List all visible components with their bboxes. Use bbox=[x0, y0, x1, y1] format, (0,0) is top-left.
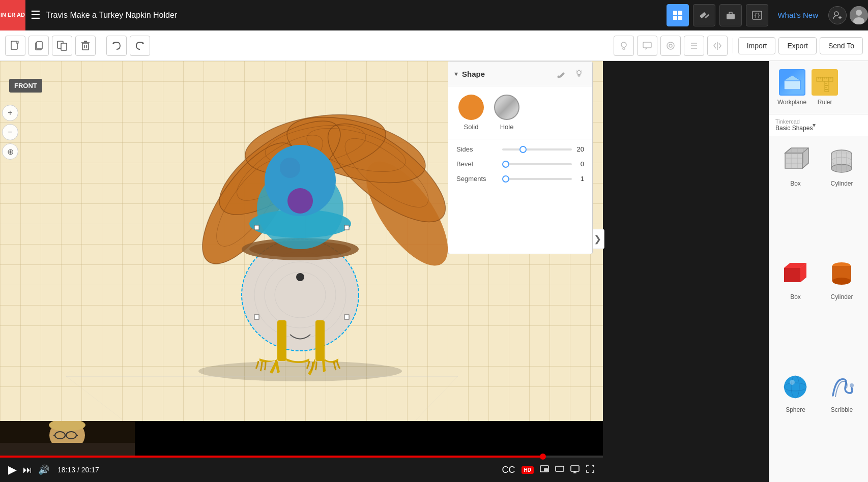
svg-rect-29 bbox=[643, 42, 651, 48]
delete-btn[interactable] bbox=[75, 36, 96, 56]
svg-point-64 bbox=[296, 273, 304, 281]
shape-thumb-sphere-blue bbox=[778, 369, 814, 404]
import-btn[interactable]: Import bbox=[738, 37, 776, 54]
shape-scribble[interactable]: Scribble bbox=[822, 369, 862, 476]
time-sep: / bbox=[75, 466, 81, 474]
time-current: 18:13 bbox=[57, 466, 75, 474]
shape-panel-title: Shape bbox=[462, 70, 555, 78]
workplane-item[interactable]: Workplane bbox=[777, 69, 806, 106]
svg-rect-1 bbox=[678, 11, 682, 15]
shapes-category-header[interactable]: Tinkercad Basic Shapes ▾ bbox=[769, 114, 868, 136]
user-area bbox=[828, 6, 868, 24]
svg-point-50 bbox=[262, 118, 368, 171]
play-btn[interactable]: ▶ bbox=[8, 464, 17, 475]
svg-point-37 bbox=[186, 129, 313, 278]
svg-rect-2 bbox=[673, 16, 677, 20]
bevel-slider[interactable] bbox=[502, 163, 572, 165]
shape-bucket-btn[interactable] bbox=[555, 67, 569, 81]
bevel-label: Bevel bbox=[456, 160, 502, 168]
grid-view-btn[interactable] bbox=[667, 4, 689, 26]
shapes-provider-info: Tinkercad Basic Shapes bbox=[775, 118, 813, 132]
segments-slider[interactable] bbox=[502, 178, 572, 180]
theater-btn[interactable] bbox=[555, 464, 564, 476]
shape-cylinder-orange[interactable]: Cylinder bbox=[822, 256, 862, 363]
hd-badge[interactable]: HD bbox=[522, 466, 534, 474]
avatar[interactable] bbox=[850, 6, 868, 24]
sides-slider-container bbox=[502, 148, 572, 150]
ruler-item[interactable]: Ruler bbox=[812, 69, 838, 106]
shape-box-wire-1[interactable]: Box bbox=[775, 142, 816, 250]
svg-point-30 bbox=[667, 42, 674, 49]
view-chat-btn[interactable] bbox=[637, 36, 657, 56]
segments-slider-container bbox=[502, 178, 572, 180]
new-design-btn[interactable] bbox=[5, 36, 25, 56]
svg-point-39 bbox=[241, 105, 391, 185]
svg-point-53 bbox=[242, 239, 359, 351]
time-total: 20:17 bbox=[81, 466, 99, 474]
view-align-btn[interactable] bbox=[684, 36, 704, 56]
svg-point-14 bbox=[856, 10, 862, 16]
hole-label: Hole bbox=[500, 123, 514, 131]
skip-btn[interactable]: ⏭ bbox=[23, 465, 32, 475]
copy-btn[interactable] bbox=[28, 36, 49, 56]
svg-point-117 bbox=[832, 278, 851, 285]
view-ring-btn[interactable] bbox=[660, 36, 681, 56]
duplicate-btn[interactable] bbox=[52, 36, 72, 56]
tv-btn[interactable] bbox=[570, 464, 580, 476]
fullscreen-btn[interactable] bbox=[586, 464, 595, 476]
workplane-icon bbox=[779, 69, 805, 96]
svg-rect-80 bbox=[784, 80, 800, 89]
view-bulb-btn[interactable] bbox=[614, 36, 634, 56]
menu-icon[interactable]: ☰ bbox=[31, 9, 41, 22]
volume-btn[interactable]: 🔊 bbox=[38, 464, 49, 475]
zoom-in-btn[interactable]: + bbox=[2, 105, 18, 121]
shape-light-btn[interactable] bbox=[572, 67, 586, 81]
shape-thumb-cylinder-orange bbox=[824, 256, 860, 291]
add-user-btn[interactable] bbox=[828, 6, 847, 24]
svg-line-78 bbox=[581, 71, 582, 72]
svg-rect-65 bbox=[254, 225, 259, 230]
hammer-btn[interactable] bbox=[693, 4, 715, 26]
hole-shape-type[interactable]: Hole bbox=[494, 95, 519, 131]
fit-btn[interactable]: ⊕ bbox=[2, 143, 18, 160]
shape-panel-collapse-btn[interactable]: ▾ bbox=[454, 70, 458, 78]
svg-rect-68 bbox=[344, 315, 349, 319]
sides-row: Sides 20 bbox=[456, 145, 584, 153]
miniplayer-btn[interactable] bbox=[540, 464, 549, 476]
shape-scribble-label: Scribble bbox=[831, 406, 853, 413]
svg-point-42 bbox=[351, 149, 463, 278]
briefcase-btn[interactable] bbox=[719, 4, 742, 26]
sides-value: 20 bbox=[572, 145, 584, 153]
shapes-dropdown-btn[interactable]: ▾ bbox=[813, 122, 816, 129]
zoom-out-btn[interactable]: − bbox=[2, 124, 18, 140]
bevel-row: Bevel 0 bbox=[456, 160, 584, 168]
svg-point-47 bbox=[313, 107, 460, 238]
progress-bar[interactable] bbox=[0, 456, 603, 458]
code-btn[interactable]: {} bbox=[746, 4, 768, 26]
solid-shape-type[interactable]: Solid bbox=[458, 95, 484, 131]
svg-point-44 bbox=[206, 104, 354, 232]
view-mirror-btn[interactable] bbox=[707, 36, 728, 56]
undo-btn[interactable] bbox=[106, 36, 127, 56]
shape-box-red[interactable]: Box bbox=[775, 256, 816, 363]
shape-cylinder-orange-label: Cylinder bbox=[830, 293, 853, 300]
svg-point-62 bbox=[280, 158, 300, 178]
svg-rect-66 bbox=[344, 225, 349, 230]
shape-cylinder-wire-1[interactable]: Cylinder bbox=[822, 142, 862, 250]
svg-point-59 bbox=[249, 209, 351, 238]
sendto-btn[interactable]: Send To bbox=[820, 37, 863, 54]
svg-rect-114 bbox=[784, 268, 800, 282]
shape-box-red-label: Box bbox=[790, 293, 801, 300]
redo-btn[interactable] bbox=[130, 36, 150, 56]
shape-sphere-blue[interactable]: Sphere bbox=[775, 369, 816, 476]
svg-point-56 bbox=[275, 272, 326, 318]
svg-rect-7 bbox=[729, 12, 732, 14]
svg-point-61 bbox=[265, 145, 336, 216]
svg-point-43 bbox=[186, 129, 313, 278]
svg-point-124 bbox=[850, 383, 854, 387]
export-btn[interactable]: Export bbox=[778, 37, 816, 54]
sides-slider[interactable] bbox=[502, 148, 572, 150]
shapes-grid: Box Cylinder bbox=[769, 136, 868, 482]
whats-new-btn[interactable]: What's New bbox=[777, 11, 818, 19]
cc-btn[interactable]: CC bbox=[502, 465, 515, 475]
